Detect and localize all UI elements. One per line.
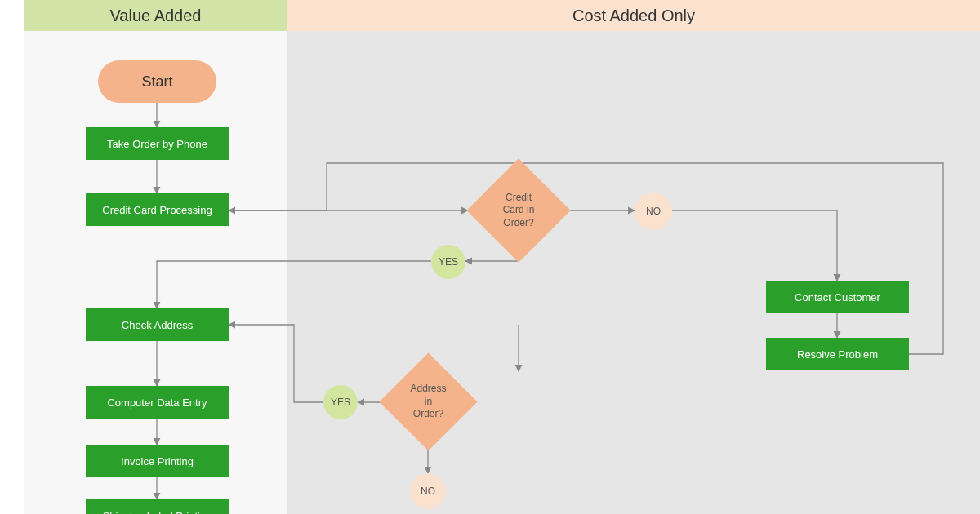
address-in-order-decision: Address in Order? — [394, 367, 463, 436]
computer-data-entry-process: Computer Data Entry — [86, 386, 229, 419]
address-yes-pill: YES — [323, 385, 358, 419]
take-order-process: Take Order by Phone — [86, 127, 229, 160]
start-terminator: Start — [98, 60, 216, 103]
check-address-process: Check Address — [86, 308, 229, 341]
address-no-pill: NO — [410, 473, 446, 509]
credit-card-decision-label: Credit Card in Order? — [482, 174, 555, 247]
shipping-label-printing-process: Shipping Label Printing — [86, 499, 229, 514]
credit-card-in-order-decision: Credit Card in Order? — [482, 174, 555, 247]
credit-card-processing-process: Credit Card Processing — [86, 193, 229, 226]
invoice-printing-process: Invoice Printing — [86, 445, 229, 477]
address-decision-label: Address in Order? — [394, 367, 463, 436]
credit-card-yes-pill: YES — [431, 245, 466, 279]
resolve-problem-process: Resolve Problem — [766, 338, 909, 370]
credit-card-no-pill: NO — [635, 193, 672, 230]
contact-customer-process: Contact Customer — [766, 281, 909, 313]
